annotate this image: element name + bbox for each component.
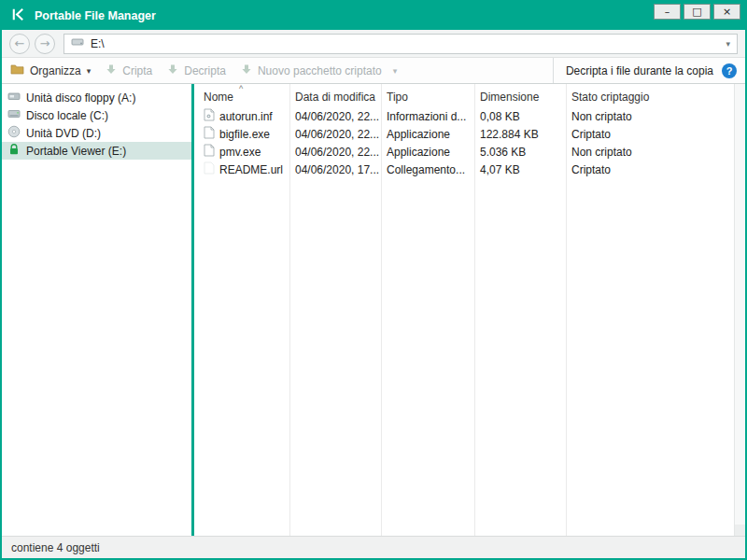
file-type: Applicazione	[381, 128, 474, 141]
address-dropdown-icon[interactable]: ▾	[726, 39, 730, 49]
window-controls: – □ ×	[654, 4, 740, 20]
column-header-modified[interactable]: Data di modifica	[289, 91, 381, 104]
column-divider	[566, 84, 567, 536]
minimize-icon: –	[665, 6, 670, 18]
table-row[interactable]: autorun.inf 04/06/2020, 22... Informazio…	[198, 107, 734, 125]
status-text: contiene 4 oggetti	[11, 541, 100, 554]
window-title: Portable File Manager	[35, 9, 156, 22]
sidebar-item-label: Unità DVD (D:)	[26, 127, 101, 140]
floppy-drive-icon	[7, 90, 21, 105]
list-header: ^ Nome Data di modifica Tipo Dimensione …	[198, 84, 734, 107]
address-bar[interactable]: E:\ ▾	[63, 34, 738, 54]
file-size: 0,08 KB	[474, 110, 566, 123]
sidebar-item-floppy-a[interactable]: Unità disco floppy (A:)	[2, 89, 191, 106]
local-disk-icon	[7, 107, 21, 123]
column-header-encryption-status[interactable]: Stato criptaggio	[566, 91, 734, 104]
drive-icon	[71, 36, 84, 50]
status-bar: contiene 4 oggetti	[2, 536, 745, 558]
table-row[interactable]: bigfile.exe 04/06/2020, 22... Applicazio…	[198, 125, 734, 143]
scrollbar-corner	[735, 525, 745, 536]
back-arrow-icon: ←	[15, 36, 25, 50]
file-type: Collegamento...	[381, 163, 474, 176]
file-modified: 04/06/2020, 22...	[289, 110, 381, 123]
file-list-panel: ^ Nome Data di modifica Tipo Dimensione …	[194, 84, 734, 536]
decrypt-arrow-icon	[167, 63, 178, 77]
address-text: E:\	[91, 37, 105, 50]
sort-ascending-icon: ^	[239, 84, 243, 93]
sidebar-item-portable-viewer-e[interactable]: Portable Viewer (E:)	[2, 142, 191, 160]
table-row[interactable]: pmv.exe 04/06/2020, 22... Applicazione 5…	[198, 143, 734, 161]
file-modified: 04/06/2020, 22...	[289, 128, 381, 141]
sidebar-item-local-c[interactable]: Disco locale (C:)	[2, 106, 191, 124]
encrypt-arrow-icon	[106, 63, 117, 77]
forward-arrow-icon: →	[40, 36, 50, 50]
application-file-icon	[204, 126, 215, 142]
file-name: pmv.exe	[219, 146, 261, 159]
app-window: Portable File Manager – □ × ← → E:\ ▾ Or…	[0, 0, 747, 560]
column-divider	[289, 84, 290, 536]
dvd-drive-icon	[7, 125, 21, 141]
maximize-button[interactable]: □	[684, 4, 711, 20]
titlebar: Portable File Manager	[2, 2, 745, 30]
file-modified: 04/06/2020, 22...	[289, 146, 381, 159]
vertical-scrollbar[interactable]	[734, 84, 745, 536]
column-header-type[interactable]: Tipo	[381, 91, 474, 104]
file-encryption-status: Criptato	[566, 163, 734, 176]
file-encryption-status: Non criptato	[566, 146, 734, 159]
sidebar-item-dvd-d[interactable]: Unità DVD (D:)	[2, 124, 191, 142]
forward-button[interactable]: →	[35, 34, 55, 54]
decrypt-on-copy-label: Decripta i file durante la copia	[566, 64, 713, 77]
encrypt-label: Cripta	[122, 64, 152, 77]
file-name: autorun.inf	[219, 110, 273, 123]
chevron-down-icon: ▾	[393, 66, 398, 76]
content-area: Unità disco floppy (A:) Disco locale (C:…	[2, 84, 745, 536]
application-file-icon	[204, 144, 215, 160]
file-size: 4,07 KB	[474, 163, 566, 176]
encrypt-button[interactable]: Cripta	[106, 63, 152, 77]
new-encrypted-package-button[interactable]: Nuovo pacchetto criptato ▾	[241, 63, 397, 77]
file-type: Informazioni d...	[381, 110, 474, 123]
kaspersky-logo-icon	[10, 7, 26, 25]
sidebar-item-label: Portable Viewer (E:)	[26, 145, 126, 158]
help-icon[interactable]: ?	[722, 63, 737, 78]
decrypt-on-copy-group: Decripta i file durante la copia ?	[553, 58, 737, 83]
navigation-bar: ← → E:\ ▾	[2, 30, 745, 58]
file-size: 122.884 KB	[474, 128, 566, 141]
toolbar: Organizza ▾ Cripta Decripta Nuovo pacche…	[2, 58, 745, 84]
column-divider	[381, 84, 382, 536]
lock-icon	[7, 143, 21, 159]
file-type: Applicazione	[381, 146, 474, 159]
shortcut-file-icon	[204, 161, 215, 177]
close-icon: ×	[723, 6, 731, 18]
organize-button[interactable]: Organizza ▾	[10, 63, 91, 77]
file-modified: 04/06/2020, 17...	[289, 163, 381, 176]
drive-sidebar: Unità disco floppy (A:) Disco locale (C:…	[2, 84, 191, 536]
decrypt-button[interactable]: Decripta	[167, 63, 226, 77]
minimize-button[interactable]: –	[654, 4, 681, 20]
folder-icon	[10, 63, 24, 77]
column-header-name[interactable]: Nome	[198, 91, 289, 104]
file-name: README.url	[219, 163, 283, 176]
back-button[interactable]: ←	[9, 34, 30, 54]
organize-label: Organizza	[30, 64, 81, 77]
file-size: 5.036 KB	[474, 146, 566, 159]
file-encryption-status: Non criptato	[566, 110, 734, 123]
table-row[interactable]: README.url 04/06/2020, 17... Collegament…	[198, 161, 734, 178]
package-arrow-icon	[241, 63, 252, 77]
decrypt-label: Decripta	[184, 64, 226, 77]
setup-file-icon	[204, 108, 215, 124]
column-divider	[474, 84, 475, 536]
file-name: bigfile.exe	[219, 128, 270, 141]
chevron-down-icon: ▾	[87, 66, 92, 76]
sidebar-item-label: Unità disco floppy (A:)	[26, 91, 135, 105]
column-header-size[interactable]: Dimensione	[474, 91, 566, 104]
sidebar-item-label: Disco locale (C:)	[26, 109, 108, 122]
new-package-label: Nuovo pacchetto criptato	[258, 64, 382, 77]
maximize-icon: □	[692, 6, 701, 18]
file-encryption-status: Criptato	[566, 128, 734, 141]
close-button[interactable]: ×	[713, 4, 740, 20]
